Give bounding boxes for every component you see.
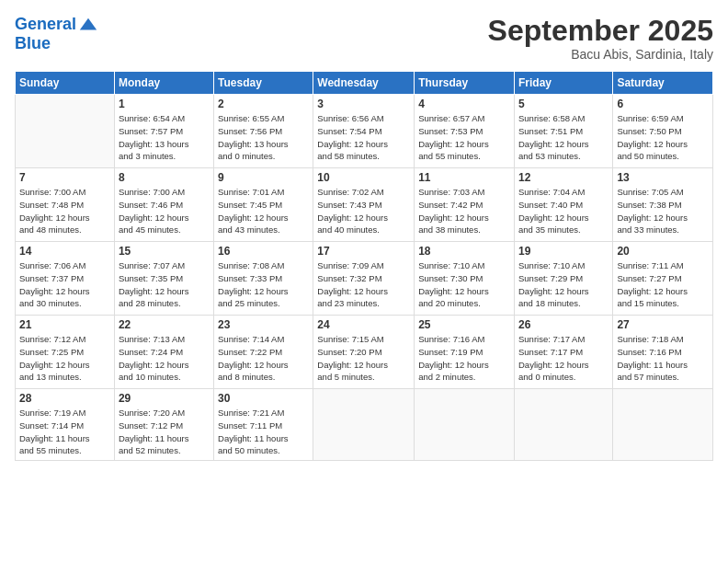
table-row: 24Sunrise: 7:15 AMSunset: 7:20 PMDayligh… [313, 316, 415, 389]
col-saturday: Saturday [613, 72, 713, 95]
table-row [514, 389, 612, 461]
day-number: 14 [19, 245, 110, 258]
day-info: Sunrise: 6:54 AMSunset: 7:57 PMDaylight:… [119, 112, 210, 163]
table-row: 22Sunrise: 7:13 AMSunset: 7:24 PMDayligh… [114, 316, 213, 389]
table-row: 23Sunrise: 7:14 AMSunset: 7:22 PMDayligh… [214, 316, 313, 389]
table-row [16, 95, 115, 168]
table-row: 26Sunrise: 7:17 AMSunset: 7:17 PMDayligh… [514, 316, 612, 389]
day-number: 13 [617, 171, 709, 184]
table-row: 16Sunrise: 7:08 AMSunset: 7:33 PMDayligh… [214, 242, 313, 316]
day-number: 10 [317, 171, 410, 184]
table-row: 18Sunrise: 7:10 AMSunset: 7:30 PMDayligh… [415, 242, 515, 316]
col-thursday: Thursday [415, 72, 515, 95]
day-info: Sunrise: 7:09 AMSunset: 7:32 PMDaylight:… [317, 259, 410, 310]
day-info: Sunrise: 7:16 AMSunset: 7:19 PMDaylight:… [418, 333, 510, 384]
day-number: 6 [617, 98, 709, 110]
table-row: 4Sunrise: 6:57 AMSunset: 7:53 PMDaylight… [415, 95, 515, 168]
day-info: Sunrise: 7:02 AMSunset: 7:43 PMDaylight:… [317, 186, 410, 236]
day-number: 12 [518, 171, 609, 184]
table-row [313, 389, 415, 461]
day-number: 16 [218, 245, 309, 258]
day-number: 29 [119, 392, 210, 405]
day-info: Sunrise: 6:58 AMSunset: 7:51 PMDaylight:… [518, 112, 609, 163]
day-number: 1 [119, 98, 210, 110]
day-number: 22 [119, 318, 210, 331]
col-wednesday: Wednesday [313, 72, 415, 95]
table-row: 3Sunrise: 6:56 AMSunset: 7:54 PMDaylight… [313, 95, 415, 168]
table-row: 1Sunrise: 6:54 AMSunset: 7:57 PMDaylight… [114, 95, 213, 168]
day-info: Sunrise: 7:12 AMSunset: 7:25 PMDaylight:… [19, 333, 110, 384]
day-number: 27 [617, 318, 709, 331]
day-info: Sunrise: 7:10 AMSunset: 7:30 PMDaylight:… [418, 259, 510, 310]
table-row: 28Sunrise: 7:19 AMSunset: 7:14 PMDayligh… [16, 389, 115, 461]
day-info: Sunrise: 6:55 AMSunset: 7:56 PMDaylight:… [218, 112, 309, 163]
table-row: 13Sunrise: 7:05 AMSunset: 7:38 PMDayligh… [613, 168, 713, 242]
day-info: Sunrise: 7:06 AMSunset: 7:37 PMDaylight:… [19, 259, 110, 310]
table-row: 10Sunrise: 7:02 AMSunset: 7:43 PMDayligh… [313, 168, 415, 242]
day-info: Sunrise: 7:07 AMSunset: 7:35 PMDaylight:… [119, 259, 210, 310]
table-row: 17Sunrise: 7:09 AMSunset: 7:32 PMDayligh… [313, 242, 415, 316]
col-friday: Friday [514, 72, 612, 95]
table-row: 6Sunrise: 6:59 AMSunset: 7:50 PMDaylight… [613, 95, 713, 168]
day-number: 3 [317, 98, 410, 110]
col-sunday: Sunday [16, 72, 115, 95]
day-info: Sunrise: 7:01 AMSunset: 7:45 PMDaylight:… [218, 186, 309, 236]
calendar-header-row: Sunday Monday Tuesday Wednesday Thursday… [16, 72, 713, 95]
logo-text-line1: General [15, 16, 76, 34]
table-row: 8Sunrise: 7:00 AMSunset: 7:46 PMDaylight… [114, 168, 213, 242]
table-row [613, 389, 713, 461]
table-row [415, 389, 515, 461]
page-container: General Blue September 2025 Bacu Abis, S… [0, 0, 728, 468]
day-info: Sunrise: 7:17 AMSunset: 7:17 PMDaylight:… [518, 333, 609, 384]
day-number: 21 [19, 318, 110, 331]
table-row: 15Sunrise: 7:07 AMSunset: 7:35 PMDayligh… [114, 242, 213, 316]
day-info: Sunrise: 7:15 AMSunset: 7:20 PMDaylight:… [317, 333, 410, 384]
day-number: 28 [19, 392, 110, 405]
day-info: Sunrise: 7:11 AMSunset: 7:27 PMDaylight:… [617, 259, 709, 310]
table-row: 9Sunrise: 7:01 AMSunset: 7:45 PMDaylight… [214, 168, 313, 242]
day-number: 5 [518, 98, 609, 110]
day-number: 4 [418, 98, 510, 110]
table-row: 30Sunrise: 7:21 AMSunset: 7:11 PMDayligh… [214, 389, 313, 461]
day-number: 25 [418, 318, 510, 331]
table-row: 7Sunrise: 7:00 AMSunset: 7:48 PMDaylight… [16, 168, 115, 242]
table-row: 2Sunrise: 6:55 AMSunset: 7:56 PMDaylight… [214, 95, 313, 168]
day-number: 20 [617, 245, 709, 258]
day-number: 23 [218, 318, 309, 331]
day-number: 18 [418, 245, 510, 258]
day-number: 19 [518, 245, 609, 258]
table-row: 12Sunrise: 7:04 AMSunset: 7:40 PMDayligh… [514, 168, 612, 242]
day-info: Sunrise: 7:13 AMSunset: 7:24 PMDaylight:… [119, 333, 210, 384]
col-tuesday: Tuesday [214, 72, 313, 95]
day-info: Sunrise: 7:03 AMSunset: 7:42 PMDaylight:… [418, 186, 510, 236]
day-number: 8 [119, 171, 210, 184]
logo-text-line2: Blue [15, 35, 98, 53]
day-info: Sunrise: 7:14 AMSunset: 7:22 PMDaylight:… [218, 333, 309, 384]
table-row: 21Sunrise: 7:12 AMSunset: 7:25 PMDayligh… [16, 316, 115, 389]
col-monday: Monday [114, 72, 213, 95]
table-row: 25Sunrise: 7:16 AMSunset: 7:19 PMDayligh… [415, 316, 515, 389]
day-number: 11 [418, 171, 510, 184]
table-row: 11Sunrise: 7:03 AMSunset: 7:42 PMDayligh… [415, 168, 515, 242]
day-info: Sunrise: 7:10 AMSunset: 7:29 PMDaylight:… [518, 259, 609, 310]
location-subtitle: Bacu Abis, Sardinia, Italy [488, 47, 713, 62]
day-info: Sunrise: 7:19 AMSunset: 7:14 PMDaylight:… [19, 407, 110, 457]
table-row: 5Sunrise: 6:58 AMSunset: 7:51 PMDaylight… [514, 95, 612, 168]
month-title: September 2025 [488, 15, 713, 47]
day-info: Sunrise: 7:20 AMSunset: 7:12 PMDaylight:… [119, 407, 210, 457]
day-info: Sunrise: 7:18 AMSunset: 7:16 PMDaylight:… [617, 333, 709, 384]
day-info: Sunrise: 6:56 AMSunset: 7:54 PMDaylight:… [317, 112, 410, 163]
day-number: 24 [317, 318, 410, 331]
day-info: Sunrise: 7:00 AMSunset: 7:48 PMDaylight:… [19, 186, 110, 236]
day-info: Sunrise: 7:00 AMSunset: 7:46 PMDaylight:… [119, 186, 210, 236]
title-block: September 2025 Bacu Abis, Sardinia, Ital… [488, 15, 713, 62]
day-info: Sunrise: 6:59 AMSunset: 7:50 PMDaylight:… [617, 112, 709, 163]
table-row: 29Sunrise: 7:20 AMSunset: 7:12 PMDayligh… [114, 389, 213, 461]
header: General Blue September 2025 Bacu Abis, S… [15, 15, 713, 62]
day-number: 15 [119, 245, 210, 258]
logo: General Blue [15, 15, 98, 53]
table-row: 14Sunrise: 7:06 AMSunset: 7:37 PMDayligh… [16, 242, 115, 316]
day-number: 17 [317, 245, 410, 258]
table-row: 20Sunrise: 7:11 AMSunset: 7:27 PMDayligh… [613, 242, 713, 316]
day-number: 30 [218, 392, 309, 405]
